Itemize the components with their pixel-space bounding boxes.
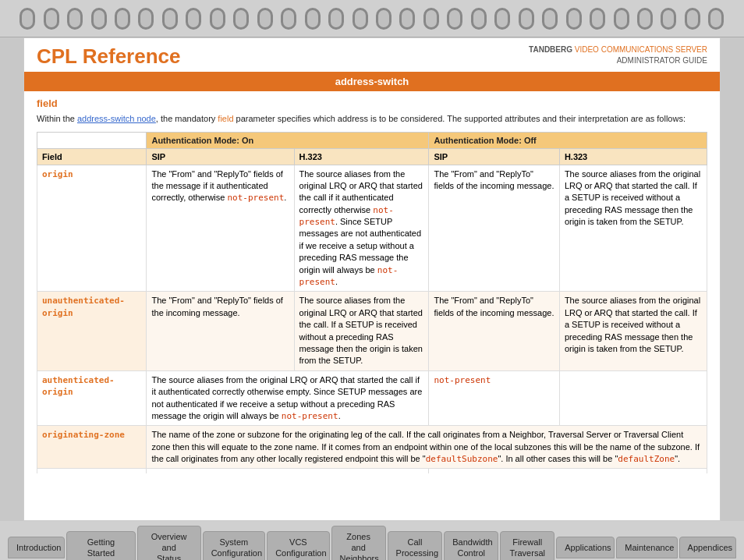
page-title: CPL Reference	[37, 44, 181, 69]
ring	[281, 8, 296, 30]
intro-text: Within the address-switch node, the mand…	[37, 112, 707, 126]
ring	[67, 8, 83, 30]
wide-cell-right: not-present	[429, 469, 707, 473]
brand-highlight: VIDEO COMMUNICATIONS SERVER	[575, 45, 707, 54]
sip-off-header: SIP	[434, 152, 448, 161]
h323-on-cell: The source aliases from the original LRQ…	[294, 292, 429, 370]
ring	[257, 8, 273, 30]
h323-off-cell	[559, 370, 707, 426]
ring	[399, 8, 415, 30]
tab-vcs-configuration[interactable]: VCSConfiguration	[267, 531, 329, 560]
table-row: originating-zone The name of the zone or…	[37, 426, 707, 469]
code-cell: originating-user	[37, 469, 147, 473]
ring	[19, 8, 35, 30]
ring	[423, 8, 439, 30]
wide-cell: The name of the zone or subzone for the …	[147, 426, 707, 469]
brand-name: TANDBERG	[529, 45, 575, 54]
tab-applications[interactable]: Applications	[556, 537, 615, 558]
tab-appendices[interactable]: Appendices	[679, 537, 736, 558]
sip-h323-on-cell: The source aliases from the original LRQ…	[147, 370, 429, 426]
ring	[186, 8, 201, 30]
section-title: field	[37, 97, 707, 109]
rings-bar	[0, 0, 744, 37]
code-cell: origin	[37, 165, 147, 292]
field-highlight: field	[218, 114, 233, 123]
tab-firewall-traversal[interactable]: FirewallTraversal	[500, 531, 554, 560]
h323-off-cell: The source aliases from the original LRQ…	[559, 165, 707, 292]
field-col-header: Field	[42, 152, 62, 161]
ring	[162, 8, 178, 30]
ring	[115, 8, 130, 30]
tab-introduction[interactable]: Introduction	[8, 537, 65, 558]
tab-maintenance[interactable]: Maintenance	[616, 537, 677, 558]
sip-on-cell: The "From" and "ReplyTo" fields of the i…	[147, 292, 294, 370]
tab-bandwidth-control[interactable]: BandwidthControl	[444, 531, 498, 560]
h323-off-cell: The source aliases from the original LRQ…	[559, 292, 707, 370]
tab-overview-status[interactable]: Overview andStatus	[137, 526, 201, 560]
ring	[328, 8, 344, 30]
ring	[637, 8, 653, 30]
ring	[519, 8, 534, 30]
auth-off-header: Authentication Mode: Off	[434, 136, 536, 145]
address-switch-link[interactable]: address-switch node	[77, 114, 156, 123]
section-banner: address-switch	[24, 72, 720, 91]
attributes-table: Authentication Mode: On Authentication M…	[37, 132, 707, 474]
ring	[590, 8, 605, 30]
code-cell: originating-zone	[37, 426, 147, 469]
brand-sub: ADMINISTRATOR GUIDE	[617, 56, 707, 65]
code-cell: unauthenticated-origin	[37, 292, 147, 370]
sip-off-cell: The "From" and "ReplyTo" fields of the i…	[429, 292, 559, 370]
ring	[447, 8, 462, 30]
ring	[210, 8, 225, 30]
bottom-nav: Introduction Getting Started Overview an…	[0, 521, 744, 560]
h323-on-header: H.323	[299, 152, 322, 161]
ring	[376, 8, 391, 30]
tab-system-configuration[interactable]: SystemConfiguration	[203, 531, 265, 560]
ring	[353, 8, 368, 30]
ring	[471, 8, 487, 30]
ring	[708, 8, 724, 30]
table-row: unauthenticated-origin The "From" and "R…	[37, 292, 707, 370]
sip-on-header: SIP	[151, 152, 165, 161]
table-row: originating-user The username used for a…	[37, 469, 707, 473]
ring	[305, 8, 321, 30]
ring	[91, 8, 107, 30]
tab-zones-neighbors[interactable]: Zones andNeighbors	[331, 526, 386, 560]
tab-getting-started[interactable]: Getting Started	[66, 531, 135, 560]
page: CPL Reference TANDBERG VIDEO COMMUNICATI…	[23, 37, 721, 521]
ring	[494, 8, 510, 30]
wide-cell-left: The username used for authentication.	[147, 469, 429, 473]
h323-on-cell: The source aliases from the original LRQ…	[294, 165, 429, 292]
ring	[685, 8, 700, 30]
code-cell: authenticated-origin	[37, 370, 147, 426]
ring	[661, 8, 676, 30]
ring	[614, 8, 629, 30]
sip-off-cell: not-present	[429, 370, 559, 426]
ring	[566, 8, 582, 30]
h323-off-header: H.323	[565, 152, 587, 161]
ring	[233, 8, 249, 30]
content-area: field Within the address-switch node, th…	[24, 91, 720, 473]
table-row: authenticated-origin The source aliases …	[37, 370, 707, 426]
sip-on-cell: The "From" and "ReplyTo" fields of the m…	[147, 165, 294, 292]
header-brand: TANDBERG VIDEO COMMUNICATIONS SERVER ADM…	[529, 44, 707, 66]
table-row: origin The "From" and "ReplyTo" fields o…	[37, 165, 707, 292]
ring	[542, 8, 558, 30]
auth-on-header: Authentication Mode: On	[151, 136, 253, 145]
ring	[44, 8, 59, 30]
tab-call-processing[interactable]: CallProcessing	[388, 531, 443, 560]
page-header: CPL Reference TANDBERG VIDEO COMMUNICATI…	[24, 38, 720, 72]
sip-off-cell: The "From" and "ReplyTo" fields of the i…	[429, 165, 559, 292]
ring	[138, 8, 154, 30]
